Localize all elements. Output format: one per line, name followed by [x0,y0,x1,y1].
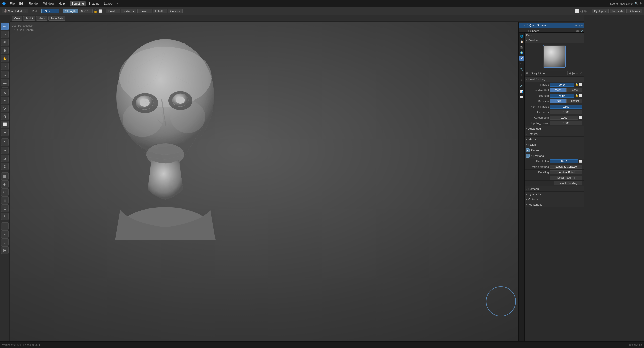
dyntopo-btn[interactable]: Dyntopo ▾ [592,9,609,13]
tool-draw-face-sets[interactable]: ◈ [1,180,9,188]
radius-unit-view-btn[interactable]: View [550,88,566,92]
draw-section-header[interactable]: Draw [525,33,584,38]
tool-clay-strips[interactable]: ≡ [1,129,9,136]
tool-crease[interactable]: ⋁ [1,105,9,112]
prop-icon-material[interactable]: ⬜ [519,94,524,99]
resolution-value[interactable]: 26.12 [550,159,578,163]
tool-thumb[interactable]: ⊙ [1,71,9,78]
prop-icon-scene2[interactable]: 🎬 [519,45,524,50]
prop-icon-brush[interactable]: 🖌 [519,56,524,61]
outliner-item-sphere[interactable]: ○ Sphere ⬤ 🔗 [519,28,584,33]
tool-snake-hook[interactable]: 〜 [1,63,9,70]
falloff-header[interactable]: ▸ Falloff [525,142,584,147]
menu-layout[interactable]: Layout [102,1,115,6]
menu-help[interactable]: Help [57,1,67,6]
tool-inflate[interactable]: ⊕ [1,47,9,54]
tool-blob[interactable]: ◑ [1,113,9,120]
topology-rake-value[interactable]: 0.000 [550,121,582,125]
resolution-expand-icon[interactable]: ⬜ [579,160,582,163]
cursor-header[interactable]: ✓ Cursor [525,147,584,153]
prop-icon-scene[interactable]: 🌐 [519,34,524,39]
brush-prev-icon[interactable]: ◀ [569,71,571,75]
strength-lock-icon[interactable]: 🔒 [94,9,97,13]
cursor-menu[interactable]: Cursor ▾ [168,9,183,13]
brush-add-icon[interactable]: + [576,71,578,75]
brush-name-input[interactable] [530,71,568,75]
menu-edit[interactable]: Edit [17,1,26,6]
direction-add-btn[interactable]: + Add [550,99,566,103]
options-btn[interactable]: Options ▾ [626,9,642,13]
advanced-header[interactable]: ▸ Advanced [525,126,584,131]
tool-elastic[interactable]: ⊗ [1,163,9,170]
viewport[interactable]: User Perspective (24) Quad Sphere [10,22,584,341]
tool-smooth[interactable]: ○ [1,31,9,38]
normal-radius-value[interactable]: 0.500 [550,105,582,109]
xray-icon[interactable]: ⬜ [575,9,579,13]
tool-rotate[interactable]: ↻ [1,138,9,146]
tool-cloth[interactable]: ⌇ [1,213,9,220]
brush-menu[interactable]: Brush ▾ [106,9,120,13]
remesh-header[interactable]: ▸ Remesh [525,186,584,191]
menu-sculpting[interactable]: Sculpting [70,1,86,6]
tool-mesh-filter[interactable]: ⬡ [1,238,9,246]
falloff-menu[interactable]: Falloff ▾ [153,9,167,13]
menu-file[interactable]: File [8,1,17,6]
strength-field-value[interactable]: 0.30 [550,94,574,98]
refine-method-value[interactable]: Subdivide Collapse [550,165,582,169]
strength-expand-icon[interactable]: ⬜ [579,94,582,97]
brush-settings-header[interactable]: ▾ Brush Settings [525,77,584,82]
prop-icon-renderlayer[interactable]: 📋 [519,39,524,44]
prop-icon-modifier[interactable]: 🔧 [519,67,524,72]
strength-input[interactable]: 0.500 [79,9,93,13]
tool-nudge[interactable]: ⇲ [1,155,9,162]
tool-pinch[interactable]: ◎ [1,39,9,46]
search-icon[interactable]: 🔍 [634,2,638,5]
mode-selector[interactable]: 🗿 Sculpt Mode ▾ [2,9,28,13]
cursor-checkbox[interactable]: ✓ [526,148,530,152]
snap-icon[interactable]: ⊕ [584,9,587,13]
view-btn[interactable]: View [12,16,22,21]
tool-fill[interactable]: ● [1,97,9,104]
brush-next-icon[interactable]: ▶ [572,71,575,75]
menu-render[interactable]: Render [27,1,41,6]
main-brush-preview[interactable] [543,45,566,68]
radius-lock-icon[interactable]: 🔒 [575,83,578,86]
radius-unit-scene-btn[interactable]: Scene [566,88,582,92]
prop-icon-physics[interactable]: ⚛ [519,78,524,83]
face-sets-btn[interactable]: Face Sets [48,16,66,21]
qs-cursor-icon[interactable]: ⊙ [578,24,580,27]
options-header[interactable]: ▸ Options [525,197,584,202]
tool-slide-relax[interactable]: ↔ [1,147,9,154]
tool-scrape[interactable]: ∧ [1,89,9,96]
tool-flatten[interactable]: ▬ [1,79,9,86]
texture-menu[interactable]: Texture ▾ [121,9,136,13]
direction-subtract-btn[interactable]: Subtract [566,99,582,103]
menu-window[interactable]: Window [41,1,56,6]
tool-grab[interactable]: ✋ [1,55,9,62]
tool-clay[interactable]: ⬜ [1,121,9,128]
brushes-section-header[interactable]: ▾ Brushes [525,38,584,43]
qs-eye-icon[interactable]: 👁 [575,24,578,27]
tool-boundary[interactable]: ⊡ [1,204,9,212]
filter-icon[interactable]: ⚙ [639,2,642,5]
strength-toggle[interactable]: Strength [63,9,78,13]
autosmooth-value[interactable]: 0.000 [550,116,578,120]
autosmooth-expand-icon[interactable]: ⬜ [579,116,582,119]
tool-box-mask[interactable]: □ [1,222,9,230]
symmetry-header[interactable]: ▸ Symmetry [525,192,584,197]
dyntopo-checkbox[interactable]: ✓ [526,154,530,158]
prop-icon-world[interactable]: 🌍 [519,50,524,55]
prop-icon-particles[interactable]: ⁘ [519,72,524,77]
brush-delete-icon[interactable]: ✕ [579,71,582,75]
workspace-header[interactable]: ▸ Workspace [525,202,584,207]
prop-icon-data[interactable]: 📊 [519,89,524,94]
stroke-menu[interactable]: Stroke ▾ [137,9,152,13]
tool-pose[interactable]: ⚇ [1,188,9,196]
mask-btn[interactable]: Mask [36,16,47,21]
outliner-item-quad-sphere[interactable]: ▾ ⬡ Quad Sphere 👁 ⊙ ○ [519,23,584,28]
radius-input-container[interactable]: 99 px [41,9,59,13]
texture-header[interactable]: ▸ Texture [525,131,584,136]
prop-icon-mesh[interactable]: ⬡ [519,61,524,66]
stroke-header[interactable]: ▸ Stroke [525,137,584,142]
tool-sculpt-draw[interactable]: ✏ [1,23,9,30]
